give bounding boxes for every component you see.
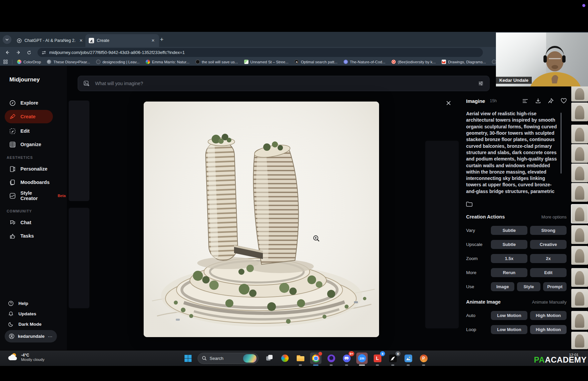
- sidebar-item-explore[interactable]: Explore: [9, 96, 63, 110]
- bookmark-item[interactable]: The-Nature-of-Cod...: [344, 60, 385, 64]
- sidebar-item-personalize[interactable]: Personalize: [9, 162, 66, 176]
- chrome-button[interactable]: [310, 353, 321, 364]
- more-options-link[interactable]: More options: [541, 214, 567, 219]
- bookmark-item[interactable]: the soil will save us...: [196, 60, 238, 64]
- site-settings-icon: [42, 50, 46, 55]
- pin-icon: [548, 98, 554, 104]
- folder-icon[interactable]: [466, 201, 472, 207]
- community-section-label: COMMUNITY: [7, 209, 32, 213]
- sidebar-item-style-creator[interactable]: Style Creator Beta: [9, 189, 66, 202]
- use-prompt-button[interactable]: Prompt: [543, 282, 567, 291]
- auto-high-motion-button[interactable]: High Motion: [530, 311, 567, 320]
- prompt-input[interactable]: [94, 80, 473, 86]
- l-app-button[interactable]: L 8: [372, 353, 383, 364]
- job-thumbnail[interactable]: [571, 85, 588, 102]
- job-thumbnail[interactable]: [571, 225, 588, 244]
- forward-icon: [16, 50, 21, 55]
- new-tab-button[interactable]: +: [157, 35, 166, 44]
- job-thumbnail[interactable]: [571, 164, 588, 182]
- job-thumbnail[interactable]: [571, 144, 588, 163]
- like-button[interactable]: [561, 98, 567, 104]
- bookmark-item[interactable]: Unnamed St – Stree...: [244, 60, 289, 64]
- tab-search-button[interactable]: [3, 35, 11, 44]
- user-menu[interactable]: kedarundale ⋯: [5, 330, 57, 342]
- forward-button[interactable]: [14, 48, 23, 57]
- moodboards-icon: [9, 179, 16, 186]
- copilot-button[interactable]: [279, 353, 291, 364]
- task-view-button[interactable]: [264, 353, 275, 364]
- use-image-button[interactable]: Image: [491, 282, 514, 291]
- job-thumbnail[interactable]: [571, 183, 588, 202]
- job-thumbnail-selected[interactable]: [571, 204, 588, 223]
- sidebar-item-help[interactable]: Help: [8, 298, 62, 309]
- sidebar-item-create[interactable]: Create: [5, 110, 53, 123]
- bookmark-item[interactable]: designcoding | Leav...: [96, 60, 140, 64]
- job-thumbnail[interactable]: [571, 125, 588, 143]
- sidebar-item-updates[interactable]: Updates: [8, 309, 62, 319]
- auto-low-motion-button[interactable]: Low Motion: [491, 311, 527, 320]
- bookmark-item[interactable]: Drawings, Diagrams...: [442, 60, 486, 64]
- tab-chatgpt[interactable]: ChatGPT - AI & ParaNeg 2.0 ✕: [13, 34, 87, 47]
- job-thumbnail[interactable]: [571, 103, 588, 121]
- pin-button[interactable]: [548, 98, 554, 104]
- prompt-text: Aerial view of realistic high-rise archi…: [466, 111, 557, 195]
- tab-create[interactable]: Create ✕: [85, 34, 159, 47]
- sidebar-item-organize[interactable]: Organize: [9, 138, 63, 151]
- address-bar[interactable]: midjourney.com/jobs/277f6f50-9d42-43d3-a…: [38, 48, 483, 57]
- search-highlight-image[interactable]: [243, 354, 256, 363]
- more-icon[interactable]: ⋯: [48, 334, 53, 339]
- photos-button[interactable]: [402, 353, 414, 364]
- edit-button[interactable]: Edit: [530, 268, 567, 277]
- apps-grid-icon[interactable]: [3, 60, 8, 64]
- animate-manually-link[interactable]: Animate Manually: [532, 300, 567, 305]
- powerpoint-button[interactable]: P: [418, 353, 429, 364]
- bookmark-item[interactable]: These Disney•Pixar...: [47, 60, 90, 64]
- use-style-button[interactable]: Style: [517, 282, 540, 291]
- vary-strong-button[interactable]: Strong: [530, 226, 567, 235]
- prompt-scrollbar[interactable]: [561, 113, 562, 174]
- zoom-2x-button[interactable]: 2x: [530, 254, 567, 263]
- file-explorer-button[interactable]: [295, 353, 306, 364]
- download-button[interactable]: [535, 98, 541, 104]
- sidebar-item-chat[interactable]: Chat: [9, 216, 63, 229]
- loop-low-motion-button[interactable]: Low Motion: [491, 325, 527, 334]
- file-explorer-icon: [297, 355, 304, 361]
- discord-button[interactable]: 9+: [341, 353, 352, 364]
- upscale-subtle-button[interactable]: Subtle: [491, 240, 527, 249]
- bookmark-item[interactable]: nOptimal search patt...: [294, 60, 337, 64]
- zoom-app-button[interactable]: zm: [356, 353, 368, 364]
- midjourney-logo[interactable]: Midjourney: [9, 76, 40, 83]
- loop-high-motion-button[interactable]: High Motion: [530, 325, 567, 334]
- sidebar-item-edit[interactable]: Edit: [9, 124, 63, 138]
- powerpoint-icon: P: [420, 355, 428, 362]
- job-thumbnail[interactable]: [571, 332, 588, 349]
- bookmark-item[interactable]: ColorDrop: [17, 60, 41, 64]
- bookmark-item[interactable]: Emma Marris: Natur...: [146, 60, 190, 64]
- bookmark-item[interactable]: (Bee)iodiversity by k...: [391, 60, 436, 64]
- sidebar-item-moodboards[interactable]: Moodboards: [9, 176, 66, 189]
- job-thumbnail[interactable]: [571, 268, 588, 287]
- purple-app-button[interactable]: [325, 353, 337, 364]
- start-button[interactable]: [182, 353, 194, 364]
- back-button[interactable]: [3, 48, 11, 57]
- zoom-15x-button[interactable]: 1.5x: [491, 254, 527, 263]
- vary-subtle-button[interactable]: Subtle: [491, 226, 527, 235]
- reload-button[interactable]: [25, 48, 33, 57]
- generated-image[interactable]: [144, 102, 379, 337]
- taskbar-search[interactable]: Search: [198, 353, 259, 364]
- sidebar-item-tasks[interactable]: Tasks: [9, 229, 63, 243]
- upscale-creative-button[interactable]: Creative: [530, 240, 567, 249]
- imagine-prompt-bar[interactable]: [78, 76, 490, 91]
- job-thumbnail[interactable]: [571, 246, 588, 265]
- settings-sliders-icon[interactable]: [478, 80, 484, 86]
- ink-app-button[interactable]: 8: [387, 353, 398, 364]
- weather-widget[interactable]: -4°C Mostly cloudy: [7, 352, 45, 362]
- job-thumbnail[interactable]: [571, 311, 588, 330]
- tab-close-icon[interactable]: ✕: [78, 38, 84, 43]
- tab-close-icon[interactable]: ✕: [150, 38, 156, 43]
- sidebar-item-dark-mode[interactable]: Dark Mode: [8, 319, 62, 329]
- options-button[interactable]: [522, 99, 528, 104]
- job-thumbnail[interactable]: [571, 289, 588, 308]
- rerun-button[interactable]: Rerun: [491, 268, 527, 277]
- close-lightbox-button[interactable]: [445, 99, 452, 107]
